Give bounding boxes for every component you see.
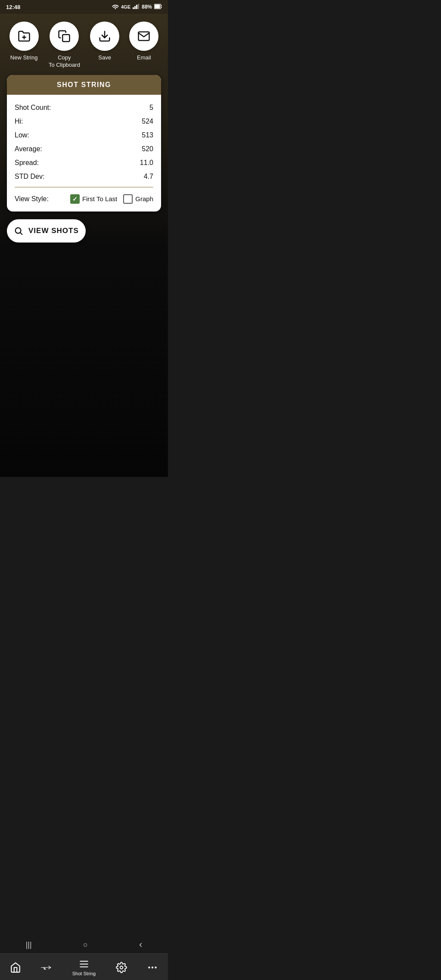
status-icons: 4GE 88% xyxy=(112,4,162,10)
stat-row-spread: Spread: 11.0 xyxy=(15,156,153,170)
copy-clipboard-button[interactable]: CopyTo Clipboard xyxy=(49,22,80,69)
stat-row-hi: Hi: 524 xyxy=(15,115,153,128)
card-title: SHOT STRING xyxy=(57,81,111,88)
graph-label: Graph xyxy=(135,195,153,202)
wifi-icon xyxy=(112,4,119,10)
spread-value: 11.0 xyxy=(140,159,153,167)
copy-clipboard-label: CopyTo Clipboard xyxy=(49,54,80,69)
low-value: 513 xyxy=(142,131,153,139)
action-buttons-row: New String CopyTo Clipboard Save xyxy=(0,14,168,75)
stat-row-shot-count: Shot Count: 5 xyxy=(15,101,153,115)
shot-string-card: SHOT STRING Shot Count: 5 Hi: 524 Low: 5… xyxy=(7,75,161,212)
email-button[interactable]: Email xyxy=(129,22,158,62)
svg-rect-1 xyxy=(134,6,136,9)
stat-row-low: Low: 513 xyxy=(15,128,153,142)
first-to-last-label: First To Last xyxy=(82,195,117,202)
card-divider xyxy=(15,187,153,187)
email-label: Email xyxy=(137,54,151,62)
std-dev-value: 4.7 xyxy=(144,173,153,180)
time-display: 12:48 xyxy=(6,4,20,10)
graph-option[interactable]: Graph xyxy=(123,194,153,204)
shot-count-value: 5 xyxy=(149,104,153,112)
hi-value: 524 xyxy=(142,118,153,125)
save-label: Save xyxy=(98,54,111,62)
stat-row-std-dev: STD Dev: 4.7 xyxy=(15,170,153,184)
svg-rect-3 xyxy=(138,4,139,9)
view-shots-label: VIEW SHOTS xyxy=(28,227,79,235)
card-body: Shot Count: 5 Hi: 524 Low: 513 Average: … xyxy=(7,95,161,212)
save-icon-circle xyxy=(90,22,119,51)
new-string-icon-circle xyxy=(9,22,39,51)
average-value: 520 xyxy=(142,145,153,153)
email-icon-circle xyxy=(129,22,158,51)
status-bar: 12:48 4GE 88% xyxy=(0,0,168,14)
card-header: SHOT STRING xyxy=(7,75,161,95)
svg-rect-2 xyxy=(136,5,137,9)
low-label: Low: xyxy=(15,131,29,139)
shot-count-label: Shot Count: xyxy=(15,104,51,112)
search-icon xyxy=(14,226,23,236)
spread-label: Spread: xyxy=(15,159,39,167)
stat-row-average: Average: 520 xyxy=(15,142,153,156)
new-string-label: New String xyxy=(10,54,38,62)
graph-checkbox[interactable] xyxy=(123,194,133,204)
view-style-row: View Style: First To Last Graph xyxy=(15,191,153,205)
svg-rect-7 xyxy=(155,4,160,8)
lte-icon: 4GE xyxy=(121,4,130,9)
average-label: Average: xyxy=(15,145,42,153)
svg-rect-10 xyxy=(63,34,70,41)
save-button[interactable]: Save xyxy=(90,22,119,62)
std-dev-label: STD Dev: xyxy=(15,173,44,180)
svg-line-13 xyxy=(20,233,22,234)
hi-label: Hi: xyxy=(15,118,23,125)
battery-icon xyxy=(154,4,162,10)
view-style-label: View Style: xyxy=(15,195,49,203)
battery-display: 88% xyxy=(142,4,152,10)
view-shots-button[interactable]: VIEW SHOTS xyxy=(7,219,86,243)
first-to-last-option[interactable]: First To Last xyxy=(70,194,117,204)
view-style-options: First To Last Graph xyxy=(70,194,153,204)
new-string-button[interactable]: New String xyxy=(9,22,39,62)
copy-clipboard-icon-circle xyxy=(50,22,79,51)
svg-rect-0 xyxy=(133,7,134,9)
first-to-last-checkbox[interactable] xyxy=(70,194,80,204)
background-area xyxy=(0,253,168,503)
signal-bars-icon xyxy=(133,4,140,10)
